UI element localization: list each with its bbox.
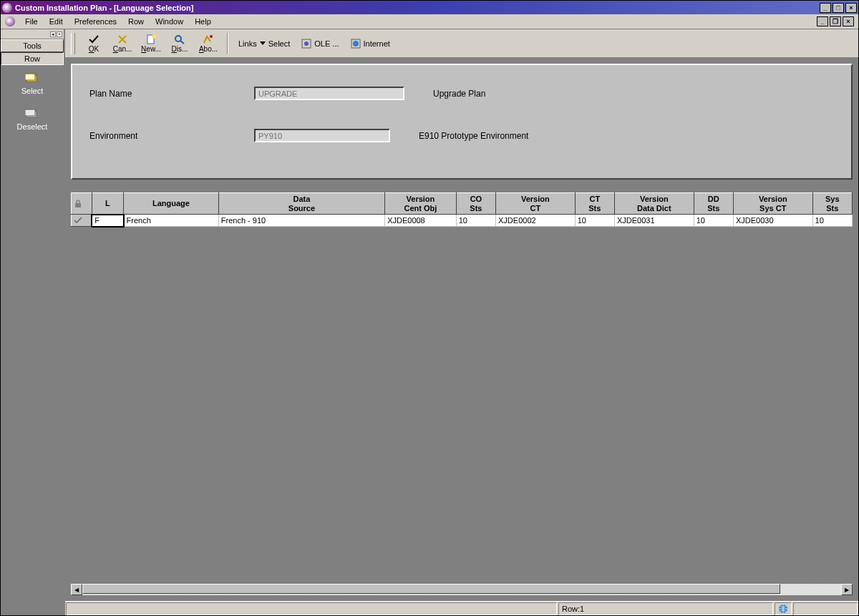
toolbar-grip[interactable] bbox=[71, 33, 75, 54]
sidebar-tab-tools[interactable]: Tools bbox=[1, 39, 64, 52]
horizontal-scrollbar[interactable]: ◀ ▶ bbox=[71, 584, 853, 595]
col-version-sys[interactable]: VersionSys CT bbox=[733, 193, 812, 215]
col-co-sts[interactable]: COSts bbox=[456, 193, 495, 215]
menu-file[interactable]: File bbox=[19, 16, 44, 27]
close-button[interactable]: × bbox=[845, 3, 857, 13]
minimize-button[interactable]: _ bbox=[820, 3, 831, 13]
svg-line-7 bbox=[180, 41, 184, 44]
col-l[interactable]: L bbox=[92, 193, 123, 215]
ole-button[interactable]: OLE ... bbox=[297, 39, 343, 49]
grid: L Language DataSource VersionCent Obj CO… bbox=[71, 192, 853, 601]
svg-point-6 bbox=[175, 36, 181, 41]
plan-name-field[interactable]: UPGRADE bbox=[254, 87, 404, 100]
cell-ct-sts[interactable]: 10 bbox=[575, 215, 614, 227]
table-row[interactable]: F French French - 910 XJDE0008 10 XJDE00… bbox=[72, 215, 853, 227]
app-icon bbox=[2, 3, 12, 13]
toolbar: OK Can... New... Dis... Abo... bbox=[65, 29, 858, 58]
sidebar-tab-row[interactable]: Row bbox=[1, 52, 64, 65]
menu-edit[interactable]: Edit bbox=[44, 16, 69, 27]
sidebar: ◂× Tools Row Select Desele bbox=[1, 29, 65, 615]
internet-button[interactable]: Internet bbox=[346, 39, 394, 49]
sidebar-handle[interactable]: ◂× bbox=[1, 29, 64, 39]
col-dd-sts[interactable]: DDSts bbox=[694, 193, 733, 215]
internet-icon bbox=[351, 39, 361, 49]
mdi-close-button[interactable]: × bbox=[843, 16, 854, 26]
svg-point-12 bbox=[353, 41, 359, 47]
environment-label: Environment bbox=[89, 131, 254, 141]
display-button[interactable]: Dis... bbox=[167, 31, 193, 57]
select-icon bbox=[25, 72, 39, 84]
menu-window[interactable]: Window bbox=[150, 16, 189, 27]
cell-dd-sts[interactable]: 10 bbox=[694, 215, 733, 227]
col-version-cent[interactable]: VersionCent Obj bbox=[385, 193, 457, 215]
cell-version-dd[interactable]: XJDE0031 bbox=[614, 215, 694, 227]
col-sys-sts[interactable]: SysSts bbox=[812, 193, 852, 215]
cell-l[interactable]: F bbox=[92, 215, 123, 227]
sidebar-action-deselect[interactable]: Deselect bbox=[17, 108, 48, 131]
cell-co-sts[interactable]: 10 bbox=[456, 215, 495, 227]
links-dropdown[interactable]: Links Select bbox=[234, 39, 294, 48]
col-lock[interactable] bbox=[72, 193, 92, 215]
new-icon bbox=[145, 34, 157, 44]
cell-data-source[interactable]: French - 910 bbox=[218, 215, 384, 227]
window-title: Custom Installation Plan - [Language Sel… bbox=[15, 4, 820, 12]
new-button[interactable]: New... bbox=[138, 31, 164, 57]
cell-version-cent[interactable]: XJDE0008 bbox=[385, 215, 457, 227]
select-label: Select bbox=[21, 87, 44, 95]
scroll-right-button[interactable]: ▶ bbox=[841, 584, 853, 595]
cancel-icon bbox=[117, 34, 128, 44]
deselect-label: Deselect bbox=[17, 122, 48, 131]
about-button[interactable]: Abo... bbox=[195, 31, 221, 57]
svg-rect-13 bbox=[75, 203, 81, 207]
data-grid[interactable]: L Language DataSource VersionCent Obj CO… bbox=[71, 192, 853, 228]
svg-point-8 bbox=[210, 35, 213, 38]
status-row: Row:1 bbox=[558, 602, 773, 615]
svg-point-10 bbox=[304, 41, 309, 46]
ok-button[interactable]: OK bbox=[81, 31, 107, 57]
plan-name-desc: Upgrade Plan bbox=[433, 89, 485, 99]
scroll-track[interactable] bbox=[82, 584, 841, 595]
menu-help[interactable]: Help bbox=[189, 16, 217, 27]
display-icon bbox=[174, 34, 185, 44]
svg-rect-1 bbox=[25, 74, 35, 80]
col-language[interactable]: Language bbox=[124, 193, 219, 215]
col-ct-sts[interactable]: CTSts bbox=[575, 193, 614, 215]
dropdown-arrow-icon bbox=[260, 41, 266, 45]
col-data-source[interactable]: DataSource bbox=[218, 193, 384, 215]
cancel-button[interactable]: Can... bbox=[110, 31, 135, 57]
menu-row[interactable]: Row bbox=[122, 16, 150, 27]
status-message bbox=[66, 602, 557, 615]
cell-version-sys[interactable]: XJDE0030 bbox=[733, 215, 812, 227]
mdi-restore-button[interactable]: ❐ bbox=[830, 16, 841, 26]
col-version-dd[interactable]: VersionData Dict bbox=[614, 193, 694, 215]
lock-icon bbox=[74, 200, 82, 208]
svg-point-5 bbox=[152, 34, 156, 39]
globe-icon bbox=[778, 604, 788, 614]
sidebar-action-select[interactable]: Select bbox=[21, 72, 44, 95]
menubar: File Edit Preferences Row Window Help _ … bbox=[1, 14, 858, 29]
cell-sys-sts[interactable]: 10 bbox=[812, 215, 852, 227]
environment-field[interactable]: PY910 bbox=[254, 129, 390, 142]
app-menu-icon[interactable] bbox=[5, 16, 15, 26]
cell-version-ct[interactable]: XJDE0002 bbox=[496, 215, 576, 227]
row-selector[interactable] bbox=[72, 215, 92, 227]
environment-desc: E910 Prototype Environment bbox=[419, 131, 528, 141]
maximize-button[interactable]: □ bbox=[833, 3, 844, 13]
scroll-thumb[interactable] bbox=[82, 584, 780, 594]
row-checkmark-icon bbox=[74, 217, 82, 224]
about-icon bbox=[203, 34, 214, 44]
scroll-left-button[interactable]: ◀ bbox=[71, 584, 82, 595]
plan-name-label: Plan Name bbox=[89, 89, 254, 99]
svg-rect-3 bbox=[25, 109, 35, 116]
cell-language[interactable]: French bbox=[124, 215, 219, 227]
grid-header: L Language DataSource VersionCent Obj CO… bbox=[72, 193, 853, 215]
col-version-ct[interactable]: VersionCT bbox=[496, 193, 576, 215]
titlebar: Custom Installation Plan - [Language Sel… bbox=[1, 1, 858, 14]
menu-preferences[interactable]: Preferences bbox=[69, 16, 122, 27]
deselect-icon bbox=[25, 108, 39, 119]
mdi-minimize-button[interactable]: _ bbox=[817, 16, 828, 26]
form-panel: Plan Name UPGRADE Upgrade Plan Environme… bbox=[71, 64, 853, 180]
status-globe bbox=[775, 602, 792, 615]
status-extra bbox=[793, 602, 858, 615]
toolbar-separator bbox=[227, 33, 228, 54]
